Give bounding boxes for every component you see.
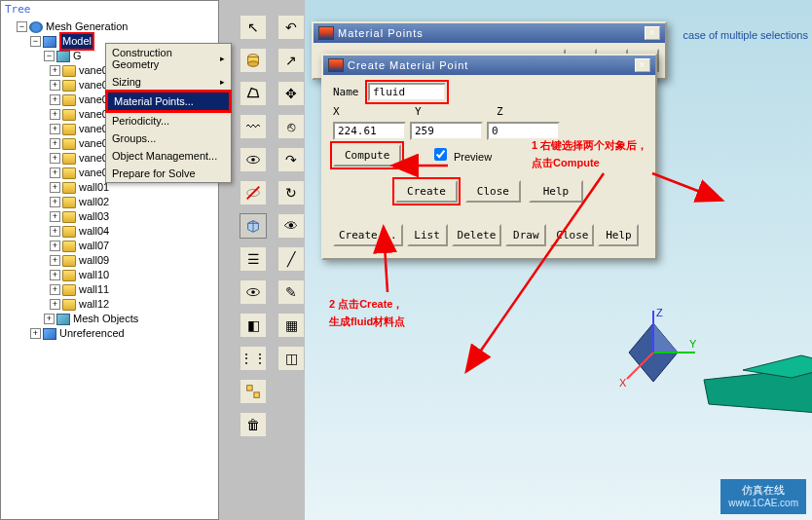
vertical-toolbar: ↖ 〰 ☰ ◧ ⋮⋮ 🗑	[234, 15, 273, 437]
expand-icon[interactable]: +	[50, 109, 60, 120]
compute-button[interactable]: Compute	[333, 144, 401, 167]
expand-icon[interactable]: +	[50, 211, 60, 222]
help-button[interactable]: Help	[529, 180, 583, 203]
expand-icon[interactable]: +	[50, 299, 60, 310]
app-icon	[328, 58, 344, 72]
tool-edit[interactable]: ✎	[277, 279, 305, 305]
tool-layers[interactable]: ☰	[240, 246, 267, 272]
expand-icon[interactable]: +	[50, 167, 60, 178]
tool-trash[interactable]: 🗑	[240, 412, 267, 437]
x-label: X	[333, 105, 411, 118]
svg-text:X: X	[619, 377, 627, 389]
tree-root[interactable]: −Mesh Generation	[3, 19, 216, 34]
dialog-titlebar[interactable]: Create Material Point ×	[323, 56, 655, 75]
draw-button[interactable]: Draw	[505, 224, 546, 246]
expand-icon[interactable]: −	[30, 36, 41, 47]
tree-mesh-objects[interactable]: +Mesh Objects	[3, 312, 216, 326]
expand-icon[interactable]: −	[17, 21, 27, 32]
expand-icon[interactable]: +	[30, 328, 41, 339]
x-input[interactable]	[333, 122, 406, 140]
folder-icon	[62, 255, 76, 267]
tool-move[interactable]: ✥	[277, 81, 305, 106]
expand-icon[interactable]: +	[50, 153, 60, 164]
preview-checkbox[interactable]	[434, 148, 447, 161]
tool-split[interactable]: ⎋	[277, 114, 305, 139]
list-button[interactable]: List	[407, 224, 448, 246]
tool-hide[interactable]	[240, 180, 267, 205]
expand-icon[interactable]: +	[50, 197, 60, 207]
tree-part[interactable]: +wall10	[3, 268, 216, 282]
create2-button[interactable]: Create...	[333, 224, 403, 246]
expand-icon[interactable]: +	[50, 284, 60, 295]
tool-line[interactable]: ╱	[277, 246, 305, 272]
context-menu: Construction Geometry▸Sizing▸Material Po…	[105, 43, 232, 183]
svg-point-4	[251, 158, 255, 162]
expand-icon[interactable]: +	[50, 80, 60, 91]
expand-icon[interactable]: +	[50, 270, 60, 280]
dialog-titlebar[interactable]: Material Points ×	[314, 23, 665, 43]
menu-item[interactable]: Construction Geometry▸	[106, 44, 231, 73]
tool-show[interactable]: 👁	[277, 213, 305, 239]
menu-item[interactable]: Periodicity...	[106, 112, 231, 130]
tool-box[interactable]	[240, 213, 267, 239]
menu-item[interactable]: Sizing▸	[106, 73, 231, 91]
annotation-1: 1 右键选择两个对象后， 点击Compute	[532, 136, 647, 171]
expand-icon[interactable]: +	[50, 241, 60, 251]
delete-button[interactable]: Delete	[452, 224, 502, 246]
create-button[interactable]: Create	[395, 180, 458, 203]
expand-icon[interactable]: +	[44, 314, 55, 324]
menu-item[interactable]: Groups...	[106, 130, 231, 147]
tree-part[interactable]: +wall09	[3, 253, 216, 268]
tool-arrow[interactable]: ↗	[277, 48, 305, 73]
dialog-title-text: Material Points	[338, 27, 424, 39]
tree-part[interactable]: +wall07	[3, 239, 216, 253]
tree-part[interactable]: +wall12	[3, 297, 216, 312]
folder-icon	[62, 80, 76, 92]
expand-icon[interactable]: −	[44, 51, 55, 61]
tool-dots[interactable]: ⋮⋮	[240, 346, 267, 371]
svg-text:Y: Y	[689, 338, 697, 350]
expand-icon[interactable]: +	[50, 226, 60, 237]
expand-icon[interactable]: +	[50, 124, 60, 134]
tree-part[interactable]: +wall11	[3, 282, 216, 297]
folder-icon	[62, 270, 76, 281]
y-input[interactable]	[410, 122, 483, 140]
name-input[interactable]	[368, 83, 446, 101]
tool-mesh[interactable]: ◫	[277, 346, 305, 371]
help2-button[interactable]: Help	[598, 224, 639, 246]
tool-redo[interactable]: ↷	[277, 147, 305, 172]
folder-icon	[62, 211, 76, 223]
expand-icon[interactable]: +	[50, 94, 60, 105]
tool-grid[interactable]: ▦	[277, 313, 305, 338]
close-icon[interactable]: ×	[635, 58, 650, 72]
expand-icon[interactable]: +	[50, 182, 60, 193]
close-icon[interactable]: ×	[645, 26, 660, 40]
preview-checkbox-label[interactable]: Preview	[434, 148, 492, 164]
tree-part[interactable]: +wall03	[3, 209, 216, 224]
tree-part[interactable]: +wall04	[3, 224, 216, 239]
tool-redo2[interactable]: ↻	[277, 180, 305, 205]
folder-icon	[62, 197, 76, 208]
menu-item[interactable]: Prepare for Solve	[106, 165, 231, 182]
expand-icon[interactable]: +	[50, 65, 60, 76]
tool-poly[interactable]	[240, 81, 267, 106]
folder-icon	[62, 94, 76, 106]
axis-triad[interactable]: Y Z X	[609, 309, 697, 398]
tree-part[interactable]: +wall02	[3, 195, 216, 209]
tool-cylinder[interactable]	[240, 48, 267, 73]
close2-button[interactable]: Close	[550, 224, 594, 246]
tool-curve[interactable]: 〰	[240, 114, 267, 139]
expand-icon[interactable]: +	[50, 255, 60, 266]
tool-eye2[interactable]	[240, 279, 267, 305]
close-button[interactable]: Close	[465, 180, 521, 203]
tool-assembly[interactable]	[240, 379, 267, 404]
expand-icon[interactable]: +	[50, 138, 60, 149]
tool-undo[interactable]: ↶	[277, 15, 305, 40]
tool-select[interactable]: ↖	[240, 15, 267, 40]
menu-item[interactable]: Object Management...	[106, 147, 231, 165]
tree-unreferenced[interactable]: +Unreferenced	[3, 326, 216, 341]
folder-icon	[62, 109, 76, 121]
tool-geom[interactable]: ◧	[240, 313, 267, 338]
tool-eye[interactable]	[240, 147, 267, 172]
menu-item[interactable]: Material Points...	[106, 91, 231, 112]
